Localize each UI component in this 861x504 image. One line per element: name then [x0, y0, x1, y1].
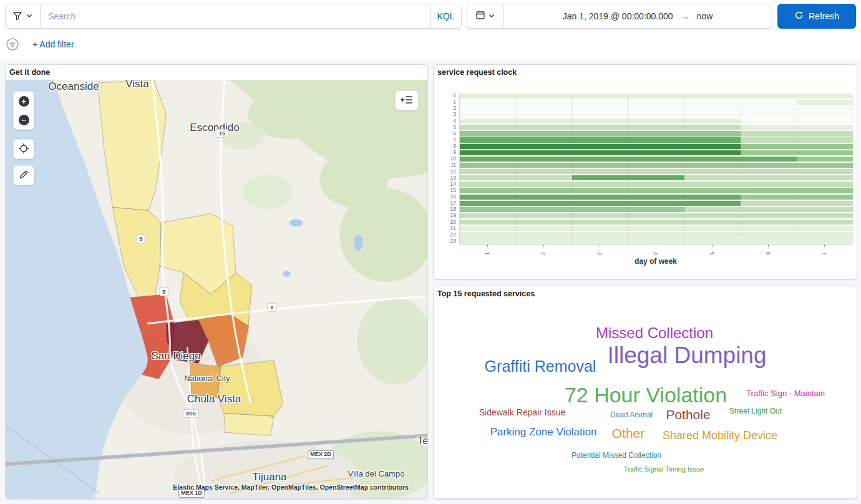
- heatmap-cell[interactable]: [460, 157, 516, 162]
- heatmap-cell[interactable]: [572, 213, 628, 218]
- tagcloud-word[interactable]: Shared Mobility Device: [663, 429, 777, 442]
- heatmap-cell[interactable]: [628, 226, 684, 231]
- heatmap-cell[interactable]: [572, 188, 628, 193]
- heatmap-cell[interactable]: [572, 137, 628, 142]
- tagcloud-word[interactable]: Other: [612, 426, 645, 441]
- tagcloud-word[interactable]: Dead Animal: [610, 410, 653, 419]
- search-input[interactable]: [41, 4, 430, 28]
- heatmap-cell[interactable]: [516, 157, 572, 162]
- tagcloud-word[interactable]: Potential Missed Collection: [572, 451, 661, 460]
- heatmap-cell[interactable]: [460, 207, 516, 212]
- heatmap-cell[interactable]: [460, 201, 516, 206]
- heatmap-cell[interactable]: [572, 119, 628, 124]
- heatmap-cell[interactable]: [628, 150, 684, 155]
- heatmap-cell[interactable]: [684, 226, 741, 231]
- heatmap-cell[interactable]: [628, 182, 684, 187]
- heatmap-cell[interactable]: [460, 94, 516, 99]
- heatmap-cell[interactable]: [741, 169, 797, 174]
- heatmap-cell[interactable]: [741, 195, 797, 200]
- map-canvas[interactable]: Elastic Maps Service, MapTiler, OpenMapT…: [6, 80, 427, 498]
- heatmap-cell[interactable]: [628, 100, 684, 105]
- heatmap-cell[interactable]: [628, 238, 684, 243]
- heatmap-cell[interactable]: [572, 195, 628, 200]
- filter-set-menu-icon[interactable]: [5, 37, 20, 52]
- tagcloud-word[interactable]: Traffic Signal Timing Issue: [624, 465, 704, 473]
- heatmap-cell[interactable]: [516, 213, 572, 218]
- heatmap-cell[interactable]: [460, 125, 516, 130]
- heatmap-cell[interactable]: [628, 175, 684, 180]
- heatmap-cell[interactable]: [741, 144, 797, 149]
- heatmap-cell[interactable]: [684, 150, 741, 155]
- heatmap-cell[interactable]: [741, 125, 797, 130]
- heatmap-cell[interactable]: [628, 195, 684, 200]
- heatmap-cell[interactable]: [797, 100, 853, 105]
- heatmap-cell[interactable]: [572, 131, 628, 136]
- heatmap-cell[interactable]: [684, 163, 741, 168]
- heatmap-cell[interactable]: [628, 94, 684, 99]
- heatmap-cell[interactable]: [684, 100, 741, 105]
- heatmap-cell[interactable]: [460, 131, 516, 136]
- heatmap-cell[interactable]: [572, 182, 628, 187]
- heatmap-cell[interactable]: [684, 195, 741, 200]
- tagcloud-word[interactable]: Parking Zone Violation: [490, 426, 597, 439]
- heatmap-cell[interactable]: [684, 112, 741, 117]
- heatmap-cell[interactable]: [516, 131, 572, 136]
- heatmap-cell[interactable]: [516, 238, 572, 243]
- heatmap-cell[interactable]: [572, 207, 628, 212]
- heatmap-cell[interactable]: [741, 157, 797, 162]
- heatmap-cell[interactable]: [628, 163, 684, 168]
- heatmap-cell[interactable]: [797, 207, 853, 212]
- heatmap-cell[interactable]: [628, 232, 684, 237]
- heatmap-cell[interactable]: [516, 188, 572, 193]
- heatmap-cell[interactable]: [516, 94, 572, 99]
- heatmap-cell[interactable]: [460, 144, 516, 149]
- heatmap-cell[interactable]: [741, 94, 797, 99]
- heatmap-cell[interactable]: [628, 106, 684, 111]
- heatmap-cell[interactable]: [741, 119, 797, 124]
- heatmap-cell[interactable]: [797, 175, 853, 180]
- heatmap-cell[interactable]: [684, 106, 741, 111]
- date-picker-quick-menu[interactable]: [467, 4, 503, 28]
- saved-query-menu-button[interactable]: [6, 4, 41, 28]
- heatmap-cell[interactable]: [684, 94, 741, 99]
- heatmap-cell[interactable]: [628, 131, 684, 136]
- heatmap-cell[interactable]: [516, 137, 572, 142]
- heatmap-cell[interactable]: [460, 137, 516, 142]
- heatmap-cell[interactable]: [797, 195, 853, 200]
- heatmap-cell[interactable]: [628, 213, 684, 218]
- heatmap-cell[interactable]: [460, 112, 516, 117]
- heatmap-cell[interactable]: [628, 125, 684, 130]
- heatmap-cell[interactable]: [741, 150, 797, 155]
- heatmap-cell[interactable]: [797, 119, 853, 124]
- heatmap-cell[interactable]: [572, 157, 628, 162]
- heatmap-cell[interactable]: [741, 106, 797, 111]
- heatmap-cell[interactable]: [516, 232, 572, 237]
- heatmap-cell[interactable]: [572, 144, 628, 149]
- heatmap-cell[interactable]: [460, 100, 516, 105]
- date-range-end[interactable]: now: [697, 11, 713, 21]
- heatmap-cell[interactable]: [797, 169, 853, 174]
- heatmap-cell[interactable]: [460, 188, 516, 193]
- heatmap-cell[interactable]: [797, 188, 853, 193]
- tagcloud-word[interactable]: 72 Hour Violation: [565, 383, 727, 407]
- heatmap-cell[interactable]: [741, 207, 797, 212]
- heatmap-cell[interactable]: [572, 106, 628, 111]
- heatmap-cell[interactable]: [572, 125, 628, 130]
- heatmap-cell[interactable]: [516, 100, 572, 105]
- panel-title[interactable]: Get it done: [9, 68, 50, 77]
- heatmap-cell[interactable]: [460, 106, 516, 111]
- heatmap-cell[interactable]: [516, 220, 572, 225]
- heatmap-cell[interactable]: [797, 232, 853, 237]
- heatmap-cell[interactable]: [741, 112, 797, 117]
- heatmap-cell[interactable]: [741, 188, 797, 193]
- add-filter-link[interactable]: + Add filter: [32, 39, 74, 49]
- draw-tools-button[interactable]: [14, 166, 34, 185]
- map-attribution[interactable]: Elastic Maps Service, MapTiler, OpenMapT…: [173, 483, 409, 491]
- heatmap-cell[interactable]: [797, 106, 853, 111]
- heatmap-cell[interactable]: [516, 226, 572, 231]
- heatmap-cell[interactable]: [628, 112, 684, 117]
- heatmap-cell[interactable]: [572, 150, 628, 155]
- heatmap-cell[interactable]: [684, 119, 741, 124]
- heatmap-cell[interactable]: [460, 182, 516, 187]
- heatmap-cell[interactable]: [797, 137, 853, 142]
